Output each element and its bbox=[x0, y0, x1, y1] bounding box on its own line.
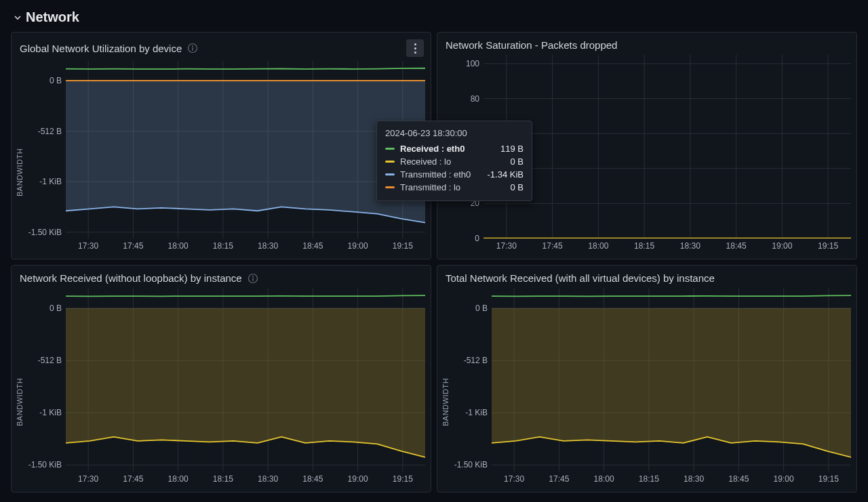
tooltip-rows: Received : eth0119 BReceived : lo0 BTran… bbox=[385, 142, 524, 194]
x-tick: 18:30 bbox=[680, 241, 701, 251]
tooltip-value: 0 B bbox=[510, 156, 524, 167]
panel-title: Network Received (without loopback) by i… bbox=[20, 272, 242, 284]
x-tick: 18:30 bbox=[258, 241, 278, 251]
x-tick: 18:45 bbox=[726, 241, 747, 251]
x-tick: 19:15 bbox=[393, 241, 413, 251]
x-tick: 18:30 bbox=[258, 474, 278, 484]
y-axis-label: BANDWIDTH bbox=[440, 288, 451, 489]
x-tick: 18:45 bbox=[728, 474, 749, 484]
x-tick: 18:00 bbox=[594, 474, 614, 484]
svg-point-1 bbox=[192, 45, 193, 47]
x-tick: 17:45 bbox=[123, 474, 143, 484]
tooltip-row: Received : eth0119 B bbox=[385, 142, 524, 155]
y-tick: 100 bbox=[466, 59, 479, 68]
y-tick: 0 B bbox=[475, 304, 488, 313]
tooltip-label: Received : lo bbox=[400, 156, 505, 167]
y-tick: 0 bbox=[475, 234, 479, 243]
x-tick: 19:00 bbox=[348, 241, 368, 251]
x-tick: 18:15 bbox=[639, 474, 659, 484]
y-tick: 0 B bbox=[50, 304, 62, 313]
y-tick: -1.50 KiB bbox=[454, 460, 488, 469]
tooltip-swatch bbox=[385, 148, 395, 150]
x-tick: 18:45 bbox=[302, 474, 323, 484]
tooltip-row: Transmitted : lo0 B bbox=[385, 181, 524, 194]
kebab-icon bbox=[414, 43, 416, 54]
y-tick: -1 KiB bbox=[465, 408, 488, 417]
x-tick: 17:30 bbox=[78, 241, 98, 251]
chevron-down-icon bbox=[14, 14, 22, 22]
tooltip-swatch bbox=[385, 186, 395, 188]
x-tick: 17:45 bbox=[542, 241, 563, 251]
y-tick: -512 B bbox=[38, 127, 62, 136]
x-tick: 17:30 bbox=[504, 474, 524, 484]
panel-title: Network Saturation - Packets dropped bbox=[446, 39, 617, 51]
tooltip-time: 2024-06-23 18:30:00 bbox=[385, 128, 524, 138]
x-axis: 17:3017:4518:0018:1518:3018:4519:0019:15 bbox=[484, 238, 851, 256]
chart-plot[interactable]: 0 B-512 B-1 KiB-1.50 KiB bbox=[25, 61, 425, 238]
x-tick: 19:00 bbox=[774, 474, 794, 484]
tooltip-row: Transmitted : eth0-1.34 KiB bbox=[385, 168, 524, 181]
tooltip-label: Received : eth0 bbox=[400, 144, 495, 154]
x-tick: 18:45 bbox=[302, 241, 323, 251]
x-tick: 17:30 bbox=[78, 474, 98, 484]
section-title: Network bbox=[26, 9, 79, 25]
tooltip-swatch bbox=[385, 161, 395, 163]
y-tick: -1.50 KiB bbox=[28, 228, 62, 237]
chart-tooltip: 2024-06-23 18:30:00 Received : eth0119 B… bbox=[376, 121, 532, 201]
panel-title: Global Network Utilization by device bbox=[20, 43, 182, 54]
panel-network-received: Network Received (without loopback) by i… bbox=[11, 265, 431, 493]
tooltip-label: Transmitted : eth0 bbox=[400, 169, 482, 180]
svg-rect-31 bbox=[252, 277, 253, 280]
x-tick: 19:15 bbox=[818, 241, 838, 251]
panel-title: Total Network Received (with all virtual… bbox=[446, 272, 715, 284]
x-tick: 18:00 bbox=[588, 241, 608, 251]
x-tick: 18:00 bbox=[168, 474, 189, 484]
y-tick: -1 KiB bbox=[39, 408, 62, 417]
x-tick: 17:30 bbox=[496, 241, 517, 251]
y-tick: -512 B bbox=[38, 356, 62, 365]
x-tick: 18:15 bbox=[213, 474, 233, 484]
chart-plot[interactable]: 0 B-512 B-1 KiB-1.50 KiB bbox=[451, 288, 851, 472]
tooltip-value: 0 B bbox=[510, 182, 524, 192]
x-tick: 18:30 bbox=[684, 474, 704, 484]
y-axis-label: BANDWIDTH bbox=[14, 61, 25, 256]
chart-plot[interactable]: 0 B-512 B-1 KiB-1.50 KiB bbox=[25, 288, 425, 472]
svg-rect-2 bbox=[193, 47, 193, 51]
y-tick: 0 B bbox=[50, 76, 62, 85]
info-icon[interactable] bbox=[248, 273, 258, 284]
x-tick: 18:00 bbox=[168, 241, 189, 251]
x-tick: 19:00 bbox=[772, 241, 792, 251]
x-axis: 17:3017:4518:0018:1518:3018:4519:0019:15 bbox=[492, 472, 851, 489]
svg-point-30 bbox=[252, 276, 254, 277]
x-axis: 17:3017:4518:0018:1518:3018:4519:0019:15 bbox=[66, 238, 425, 256]
panel-total-network-received: Total Network Received (with all virtual… bbox=[437, 265, 857, 493]
x-tick: 18:15 bbox=[634, 241, 654, 251]
tooltip-label: Transmitted : lo bbox=[400, 182, 505, 192]
x-tick: 17:45 bbox=[549, 474, 569, 484]
panel-grid: Global Network Utilization by device BAN… bbox=[11, 32, 857, 493]
tooltip-value: -1.34 KiB bbox=[488, 169, 524, 180]
x-axis: 17:3017:4518:0018:1518:3018:4519:0019:15 bbox=[66, 472, 425, 489]
x-tick: 18:15 bbox=[213, 241, 233, 251]
y-tick: -1 KiB bbox=[39, 177, 62, 186]
info-icon[interactable] bbox=[187, 43, 198, 54]
tooltip-row: Received : lo0 B bbox=[385, 155, 524, 168]
x-tick: 19:15 bbox=[818, 474, 839, 484]
y-axis-label: BANDWIDTH bbox=[14, 288, 25, 489]
x-tick: 19:15 bbox=[393, 474, 413, 484]
y-tick: -1.50 KiB bbox=[28, 460, 62, 469]
tooltip-value: 119 B bbox=[500, 144, 524, 154]
panel-menu-button[interactable] bbox=[406, 39, 424, 57]
y-tick: -512 B bbox=[464, 356, 488, 365]
panel-global-network-utilization: Global Network Utilization by device BAN… bbox=[11, 32, 431, 259]
y-tick: 80 bbox=[471, 94, 479, 104]
x-tick: 17:45 bbox=[123, 241, 143, 251]
x-tick: 19:00 bbox=[348, 474, 368, 484]
section-toggle[interactable]: Network bbox=[11, 7, 857, 32]
tooltip-swatch bbox=[385, 173, 395, 175]
